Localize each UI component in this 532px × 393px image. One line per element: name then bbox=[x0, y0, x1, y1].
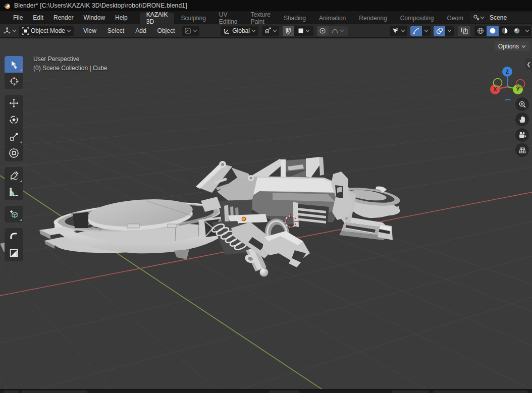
viewport-menu-view[interactable]: View bbox=[78, 27, 102, 34]
gizmo-minus-z-axis[interactable] bbox=[504, 99, 512, 101]
tool-scale[interactable] bbox=[5, 128, 23, 145]
gizmo-icon bbox=[413, 27, 420, 34]
workspace-tab-texture-paint[interactable]: Texture Paint bbox=[244, 13, 277, 24]
object-origin-dot bbox=[242, 217, 246, 221]
workspace-tab-kazaik-3d[interactable]: KAZAIK 3D bbox=[140, 13, 175, 24]
tool-select-box[interactable] bbox=[5, 56, 23, 73]
transform-orientation-dropdown[interactable]: Global bbox=[221, 26, 258, 36]
zoom-button[interactable] bbox=[515, 97, 529, 111]
viewport-menu-object[interactable]: Object bbox=[152, 27, 181, 34]
menu-edit[interactable]: Edit bbox=[28, 11, 48, 24]
workspace-tab-sculpting[interactable]: Sculpting bbox=[174, 13, 212, 24]
proportional-falloff-dropdown[interactable] bbox=[329, 26, 348, 36]
snap-target-dropdown[interactable] bbox=[262, 26, 279, 36]
status-box[interactable] bbox=[58, 390, 87, 393]
tool-cursor-3d[interactable] bbox=[5, 73, 23, 89]
chevron-down-icon bbox=[340, 29, 344, 32]
rendered-shading-icon bbox=[513, 27, 520, 34]
snap-group bbox=[283, 26, 313, 36]
pivot-icon bbox=[184, 27, 191, 34]
shading-rendered-button[interactable] bbox=[511, 26, 523, 36]
snap-toggle-button[interactable] bbox=[283, 26, 294, 36]
show-object-types-dropdown[interactable] bbox=[390, 26, 407, 36]
ortho-grid-icon bbox=[518, 146, 526, 154]
status-box[interactable] bbox=[269, 390, 299, 393]
editor-3d-viewport-icon bbox=[3, 27, 12, 35]
tool-transform[interactable] bbox=[5, 145, 23, 161]
chevron-down-icon bbox=[401, 29, 405, 32]
shading-material-button[interactable] bbox=[499, 26, 511, 36]
proportional-circle-icon bbox=[319, 27, 326, 34]
tool-move[interactable] bbox=[5, 95, 23, 111]
status-box[interactable] bbox=[433, 390, 527, 393]
workspace-tab-geom[interactable]: Geom bbox=[440, 13, 470, 24]
drone-model[interactable] bbox=[0, 38, 532, 389]
proportional-editing-toggle[interactable] bbox=[317, 26, 329, 36]
viewport-menu-add[interactable]: Add bbox=[130, 27, 151, 34]
mode-label: Object Mode bbox=[31, 27, 65, 34]
orientation-global-icon bbox=[223, 27, 231, 35]
camera-icon bbox=[518, 131, 526, 139]
shading-dropdown[interactable] bbox=[523, 26, 531, 36]
visibility-icon bbox=[392, 27, 399, 34]
menu-render[interactable]: Render bbox=[48, 11, 78, 24]
xray-icon bbox=[461, 27, 468, 34]
workspace-tab-rendering[interactable]: Rendering bbox=[352, 13, 393, 24]
blender-logo-icon bbox=[3, 2, 11, 10]
options-label: Options bbox=[498, 43, 519, 50]
chevron-down-icon bbox=[305, 29, 310, 32]
menu-file[interactable]: File bbox=[8, 11, 28, 24]
material-preview-icon bbox=[501, 27, 508, 34]
blender-window: Blender* [C:\Users\KAZAIK 3D\Desktop\rob… bbox=[0, 0, 532, 393]
chevron-down-icon bbox=[273, 29, 277, 32]
tool-round-corner-tool[interactable] bbox=[5, 228, 23, 245]
menu-window[interactable]: Window bbox=[78, 11, 110, 24]
mode-dropdown[interactable]: Object Mode bbox=[19, 26, 74, 36]
tool-measure[interactable] bbox=[5, 184, 23, 200]
status-box[interactable] bbox=[4, 390, 19, 393]
viewport-perspective-label: User Perspective bbox=[33, 55, 79, 63]
tool-triangle-fill-tool[interactable] bbox=[5, 245, 23, 261]
chevron-down-icon bbox=[525, 29, 529, 32]
magnet-icon bbox=[285, 27, 292, 34]
show-overlays-toggle[interactable] bbox=[434, 26, 445, 36]
shading-wireframe-button[interactable] bbox=[474, 26, 487, 36]
viewport-menu-select[interactable]: Select bbox=[102, 27, 130, 34]
scene-name[interactable]: Scene bbox=[490, 14, 532, 21]
menu-help[interactable]: Help bbox=[110, 11, 133, 24]
workspace-tab-compositing[interactable]: Compositing bbox=[394, 13, 441, 24]
snap-with-dropdown[interactable] bbox=[294, 26, 313, 36]
tool-add-cube[interactable] bbox=[5, 206, 23, 222]
editor-type-button[interactable] bbox=[3, 26, 17, 36]
pivot-point-dropdown[interactable] bbox=[182, 26, 199, 36]
camera-view-button[interactable] bbox=[515, 128, 529, 142]
navigation-gizmo[interactable]: Z X Y bbox=[483, 50, 532, 100]
solid-shading-icon bbox=[489, 27, 496, 34]
status-box[interactable] bbox=[22, 390, 58, 393]
gizmo-dropdown[interactable] bbox=[422, 26, 431, 36]
status-box[interactable] bbox=[392, 390, 429, 393]
pan-button[interactable] bbox=[515, 113, 529, 126]
tool-annotate[interactable] bbox=[5, 167, 23, 184]
3d-viewport[interactable]: User Perspective (0) Scene Collection | … bbox=[0, 38, 532, 389]
xray-toggle[interactable] bbox=[458, 26, 470, 36]
gizmo-minus-y-axis[interactable] bbox=[494, 79, 502, 87]
snap-increment-icon bbox=[298, 28, 304, 34]
chevron-down-icon bbox=[251, 29, 256, 32]
falloff-curve-icon bbox=[332, 28, 338, 34]
workspace-tab-uv-editing[interactable]: UV Editing bbox=[212, 13, 244, 24]
show-gizmo-toggle[interactable] bbox=[410, 26, 422, 36]
workspace-tab-shading[interactable]: Shading bbox=[277, 13, 312, 24]
workspace-tab-animation[interactable]: Animation bbox=[312, 13, 352, 24]
overlays-dropdown[interactable] bbox=[445, 26, 454, 36]
left-rotor[interactable] bbox=[0, 196, 231, 259]
snap-target-icon bbox=[264, 27, 271, 34]
chevron-down-icon bbox=[447, 29, 452, 32]
orthographic-toggle-button[interactable] bbox=[515, 143, 529, 157]
window-titlebar[interactable]: Blender* [C:\Users\KAZAIK 3D\Desktop\rob… bbox=[0, 0, 532, 11]
scene-selector[interactable]: Scene bbox=[470, 13, 532, 23]
shading-solid-button[interactable] bbox=[487, 26, 499, 36]
chevron-down-icon bbox=[480, 16, 485, 19]
tool-rotate[interactable] bbox=[5, 111, 23, 128]
orientation-label: Global bbox=[232, 27, 250, 34]
